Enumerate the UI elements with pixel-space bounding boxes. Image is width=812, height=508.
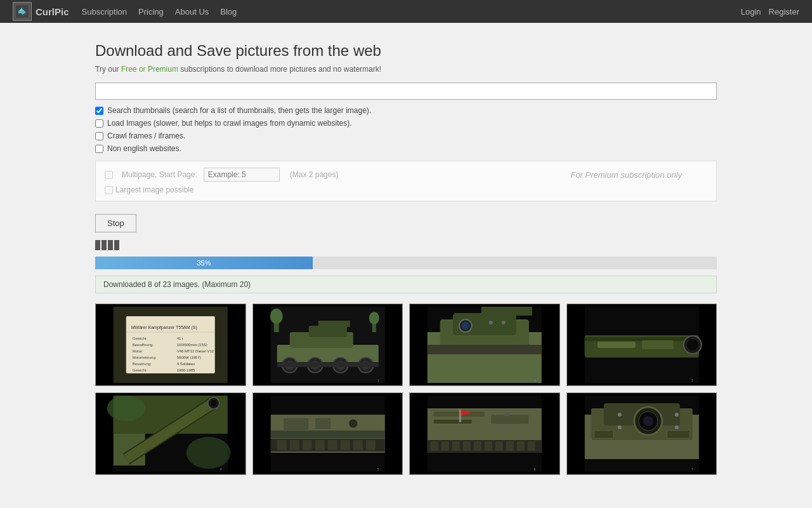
svg-text:3: 3: [691, 378, 693, 382]
checkbox-non-english[interactable]: [95, 145, 103, 153]
svg-rect-112: [667, 431, 689, 438]
premium-box: Multipage, Start Page: (Max 2 pages) For…: [95, 161, 717, 201]
svg-text:5: 5: [377, 467, 379, 471]
premium-row-1: Multipage, Start Page: (Max 2 pages) For…: [105, 168, 707, 182]
svg-rect-95: [474, 441, 481, 451]
subtitle-prefix: Try our: [95, 65, 121, 74]
checkbox-largest[interactable]: [105, 186, 113, 194]
svg-rect-111: [594, 431, 613, 438]
image-cell-4[interactable]: 3: [566, 304, 717, 386]
svg-point-110: [643, 416, 653, 426]
svg-text:4: 4: [220, 467, 222, 471]
svg-point-54: [686, 339, 698, 351]
svg-text:41 t: 41 t: [177, 337, 183, 340]
checkbox-row-4: Non english websites.: [95, 144, 717, 153]
nav-about[interactable]: About Us: [175, 7, 209, 17]
nav-pricing[interactable]: Pricing: [138, 7, 164, 17]
multipage-input[interactable]: [204, 168, 280, 182]
svg-text:Bewaffnung:: Bewaffnung:: [133, 343, 154, 347]
checkbox-thumbnails[interactable]: [95, 107, 103, 115]
svg-text:1: 1: [377, 378, 379, 382]
svg-point-66: [187, 437, 231, 469]
svg-rect-42: [481, 307, 532, 316]
subtitle: Try our Free or Premium subscriptions to…: [95, 65, 717, 74]
svg-rect-75: [315, 440, 324, 450]
checkbox-row-1: Search thumbnails (search for a list of …: [95, 106, 717, 115]
url-input[interactable]: http://www.primeportal.net/tanks/ulrich_…: [95, 83, 717, 100]
svg-text:5000W (1957): 5000W (1957): [177, 356, 201, 359]
svg-rect-92: [442, 441, 449, 451]
logo-icon: [13, 2, 32, 21]
svg-text:Gewicht:: Gewicht:: [133, 368, 148, 372]
nav-right: Login Register: [741, 7, 799, 17]
svg-rect-100: [528, 441, 535, 451]
svg-rect-90: [504, 413, 510, 416]
svg-rect-76: [327, 440, 337, 450]
checkbox-multipage[interactable]: [105, 171, 113, 179]
multipage-label: Multipage, Start Page:: [122, 170, 197, 179]
svg-rect-70: [270, 431, 384, 438]
nav-blog[interactable]: Blog: [220, 7, 237, 17]
svg-text:6: 6: [534, 467, 536, 471]
svg-rect-96: [485, 441, 492, 451]
progress-percent: 35%: [197, 259, 211, 267]
svg-rect-52: [584, 337, 698, 341]
svg-point-46: [489, 321, 493, 324]
svg-rect-93: [452, 441, 460, 451]
checkbox-crawl-frames[interactable]: [95, 132, 103, 140]
svg-rect-98: [506, 441, 514, 451]
svg-rect-23: [318, 321, 350, 327]
logo-area: CurlPic: [13, 2, 69, 21]
svg-rect-80: [283, 418, 308, 431]
image-cell-8[interactable]: 7: [566, 392, 717, 475]
progress-bar-container: 35%: [95, 257, 717, 269]
svg-point-113: [617, 413, 621, 417]
svg-rect-88: [434, 420, 472, 424]
nav-login[interactable]: Login: [741, 7, 761, 17]
svg-rect-56: [641, 340, 673, 349]
premium-note: For Premium subscription only: [570, 170, 682, 180]
svg-text:V46 MT12 Diesel V12: V46 MT12 Diesel V12: [177, 349, 214, 353]
image-cell-5[interactable]: 4: [95, 392, 246, 475]
checkbox-row-2: Load Images (slower, but helps to crawl …: [95, 119, 717, 128]
image-cell-6[interactable]: 5: [252, 392, 403, 475]
svg-point-115: [617, 425, 621, 429]
image-cell-1[interactable]: Militärer Kampfpanzer T55AM (S) Gewicht:…: [95, 304, 246, 386]
svg-text:Motorleistung:: Motorleistung:: [133, 356, 157, 359]
svg-rect-101: [459, 410, 461, 422]
svg-text:2: 2: [534, 378, 536, 382]
image-grid: Militärer Kampfpanzer T55AM (S) Gewicht:…: [95, 304, 717, 475]
checkbox-load-images-label: Load Images (slower, but helps to crawl …: [107, 119, 352, 128]
checkbox-load-images[interactable]: [95, 119, 103, 128]
svg-point-64: [211, 400, 217, 406]
logo-text: CurlPic: [36, 6, 69, 17]
svg-rect-32: [277, 362, 378, 367]
loading-bar-3: [108, 240, 113, 250]
checkbox-row-3: Crawl frames / iframes.: [95, 131, 717, 140]
download-info: Downloaded 8 of 23 images. (Maximum 20): [95, 276, 717, 293]
nav-links: Subscription Pricing About Us Blog: [82, 7, 741, 17]
svg-point-114: [674, 413, 678, 417]
svg-text:Besatzung:: Besatzung:: [133, 362, 152, 366]
svg-point-36: [369, 312, 379, 324]
svg-rect-55: [597, 342, 635, 348]
nav-subscription[interactable]: Subscription: [82, 7, 128, 17]
svg-text:Motor:: Motor:: [133, 349, 143, 353]
stop-button[interactable]: Stop: [95, 214, 136, 232]
image-cell-2[interactable]: 1: [252, 304, 403, 386]
svg-rect-72: [277, 440, 286, 450]
checkbox-thumbnails-label: Search thumbnails (search for a list of …: [107, 106, 371, 115]
svg-rect-89: [491, 415, 529, 424]
svg-rect-22: [308, 326, 346, 337]
image-cell-7[interactable]: 6: [409, 392, 560, 475]
svg-point-45: [462, 322, 469, 330]
svg-text:7: 7: [691, 467, 693, 471]
svg-rect-78: [353, 440, 362, 450]
loading-bar-1: [95, 240, 100, 250]
svg-text:1960-1985: 1960-1985: [177, 368, 195, 372]
svg-rect-81: [315, 418, 331, 429]
image-cell-3[interactable]: 2: [409, 304, 560, 386]
svg-rect-79: [365, 440, 375, 450]
nav-register[interactable]: Register: [769, 7, 799, 17]
subscription-link[interactable]: Free or Premium: [121, 65, 178, 74]
